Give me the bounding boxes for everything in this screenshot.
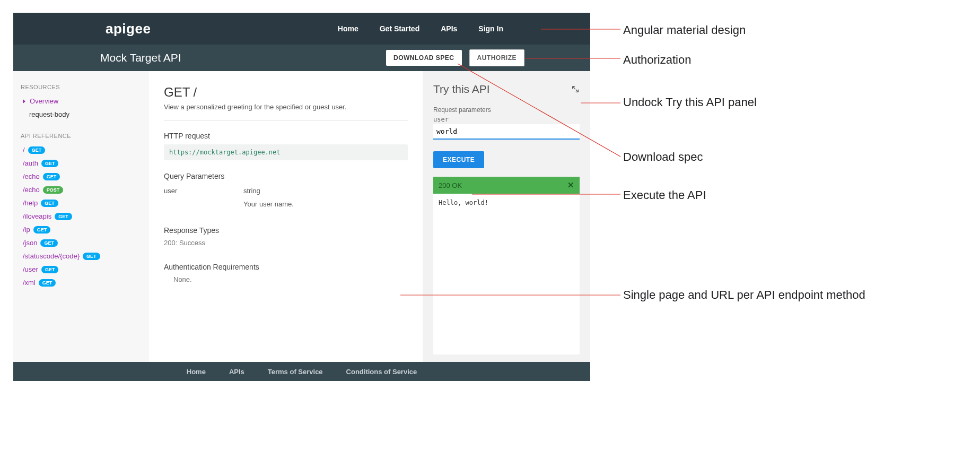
sidebar-item-path: /xml	[23, 279, 36, 287]
sidebar-item-path: /auth	[23, 159, 38, 167]
auth-req-heading: Authentication Requirements	[164, 263, 408, 271]
nav-sign-in[interactable]: Sign In	[478, 24, 503, 33]
sidebar-api-item[interactable]: /xmlGET	[21, 276, 142, 289]
method-badge: POST	[43, 186, 64, 194]
method-badge: GET	[83, 253, 100, 260]
param-description: Your user name.	[243, 200, 294, 208]
footer-apis[interactable]: APIs	[229, 368, 244, 376]
method-badge: GET	[41, 160, 59, 167]
method-badge: GET	[28, 146, 46, 154]
nav-apis[interactable]: APIs	[441, 24, 457, 33]
sidebar-item-label: Overview	[30, 97, 58, 105]
method-badge: GET	[55, 213, 72, 220]
sidebar-item-label: request-body	[29, 110, 69, 118]
param-type: string	[243, 187, 294, 195]
query-params-heading: Query Parameters	[164, 172, 408, 180]
close-icon[interactable]: ✕	[567, 180, 574, 190]
param-field-label: user	[433, 116, 580, 123]
response-status-text: 200 OK	[439, 181, 462, 189]
annotation-execute: Execute the API	[623, 188, 706, 202]
response-types-value: 200: Success	[164, 239, 408, 247]
method-badge: GET	[40, 239, 58, 247]
request-params-label: Request parameters	[433, 106, 580, 114]
download-spec-button[interactable]: DOWNLOAD SPEC	[386, 50, 462, 66]
method-badge: GET	[39, 279, 56, 287]
annotation-download: Download spec	[623, 150, 703, 164]
sidebar-item-path: /statuscode/{code}	[23, 252, 80, 260]
sidebar-item-path: /ip	[23, 226, 30, 233]
sidebar-api-item[interactable]: /userGET	[21, 263, 142, 276]
nav-get-started[interactable]: Get Started	[380, 24, 419, 33]
caret-icon	[23, 99, 25, 103]
sidebar-item-path: /echo	[23, 186, 40, 194]
undock-icon[interactable]	[571, 85, 580, 93]
top-nav: Home Get Started APIs Sign In	[338, 24, 503, 33]
sidebar-heading-resources: RESOURCES	[21, 84, 142, 90]
sidebar-api-item[interactable]: /echoGET	[21, 170, 142, 183]
http-request-heading: HTTP request	[164, 132, 408, 140]
execute-button[interactable]: EXECUTE	[433, 151, 484, 168]
annotation-authorization: Authorization	[623, 53, 691, 67]
sidebar-item-overview[interactable]: Overview	[21, 94, 142, 108]
sidebar-item-path: /echo	[23, 172, 40, 180]
method-badge: GET	[41, 200, 58, 207]
try-api-panel: Try this API Request parameters user EXE…	[423, 71, 590, 362]
response-status-bar: 200 OK ✕	[433, 177, 580, 194]
auth-req-value: None.	[173, 275, 408, 283]
sidebar-api-item[interactable]: /authGET	[21, 157, 142, 170]
sidebar-api-item[interactable]: /helpGET	[21, 196, 142, 210]
param-name: user	[164, 187, 196, 208]
endpoint-title: GET /	[164, 85, 408, 100]
top-bar: apigee Home Get Started APIs Sign In	[13, 13, 590, 45]
endpoint-description: View a personalized greeting for the spe…	[164, 103, 408, 111]
sidebar-item-path: /json	[23, 239, 37, 247]
method-badge: GET	[43, 173, 60, 180]
sidebar-api-item[interactable]: /iloveapisGET	[21, 210, 142, 223]
query-param-row: user string Your user name.	[164, 185, 408, 210]
sidebar-item-path: /iloveapis	[23, 212, 51, 220]
footer-tos[interactable]: Terms of Service	[268, 368, 323, 376]
sidebar-api-item[interactable]: /ipGET	[21, 223, 142, 236]
try-api-title: Try this API	[433, 83, 490, 96]
body-area: RESOURCES Overview request-body API REFE…	[13, 71, 590, 362]
method-badge: GET	[33, 226, 51, 233]
sidebar-item-request-body[interactable]: request-body	[21, 108, 142, 121]
divider	[164, 120, 408, 121]
sidebar-api-item[interactable]: /GET	[21, 143, 142, 157]
response-body: Hello, world!	[433, 194, 580, 354]
sidebar: RESOURCES Overview request-body API REFE…	[13, 71, 149, 362]
sidebar-item-path: /	[23, 146, 25, 154]
sidebar-api-item[interactable]: /jsonGET	[21, 236, 142, 249]
sub-bar: Mock Target API DOWNLOAD SPEC AUTHORIZE	[13, 45, 590, 71]
sidebar-item-path: /user	[23, 265, 38, 273]
sidebar-api-item[interactable]: /echoPOST	[21, 183, 142, 196]
footer-cos[interactable]: Conditions of Service	[346, 368, 417, 376]
sidebar-item-path: /help	[23, 199, 38, 207]
brand-logo: apigee	[106, 21, 151, 37]
nav-home[interactable]: Home	[338, 24, 358, 33]
sidebar-api-item[interactable]: /statuscode/{code}GET	[21, 249, 142, 263]
annotation-undock: Undock Try this API panel	[623, 96, 757, 109]
annotation-material: Angular material design	[623, 23, 746, 37]
main-content: GET / View a personalized greeting for t…	[149, 71, 423, 362]
response-types-heading: Response Types	[164, 226, 408, 235]
sidebar-heading-apiref: API REFERENCE	[21, 133, 142, 139]
annotation-singlepage: Single page and URL per API endpoint met…	[623, 288, 865, 302]
footer: Home APIs Terms of Service Conditions of…	[13, 362, 590, 381]
footer-home[interactable]: Home	[187, 368, 206, 376]
http-request-url: https://mocktarget.apigee.net	[164, 144, 408, 160]
page-title: Mock Target API	[100, 51, 181, 64]
app-window: apigee Home Get Started APIs Sign In Moc…	[13, 13, 590, 381]
param-user-input[interactable]	[433, 124, 580, 140]
method-badge: GET	[41, 266, 59, 273]
authorize-button[interactable]: AUTHORIZE	[469, 49, 525, 66]
